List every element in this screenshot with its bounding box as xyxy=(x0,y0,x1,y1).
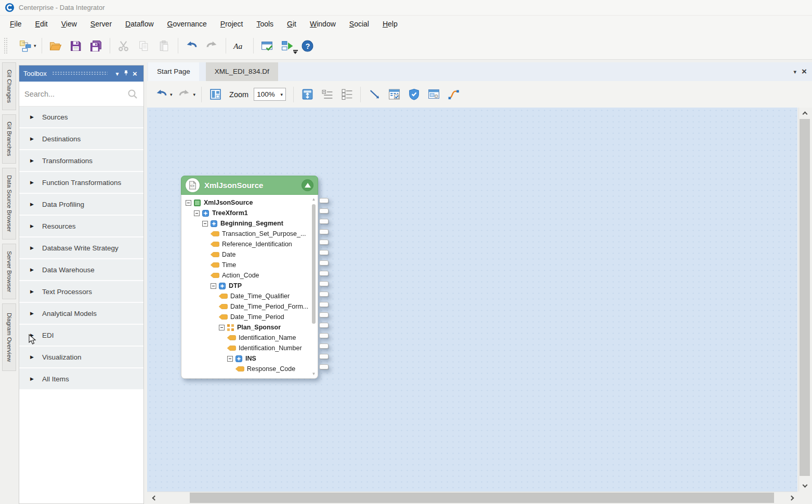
toolbox-item-analytical-models[interactable]: ▶Analytical Models xyxy=(19,303,143,325)
open-button[interactable] xyxy=(46,36,65,55)
toolbox-item-sources[interactable]: ▶Sources xyxy=(19,107,143,128)
expand-arrow-icon[interactable]: ▶ xyxy=(30,267,36,272)
verify-button[interactable] xyxy=(258,36,277,55)
link-tool-button[interactable] xyxy=(365,86,383,103)
font-button[interactable]: Aa xyxy=(230,36,249,55)
menu-item-git[interactable]: Git xyxy=(280,16,303,32)
node-scrollbar[interactable]: ▲ ▼ xyxy=(311,197,317,376)
output-port[interactable] xyxy=(319,271,329,276)
menu-item-project[interactable]: Project xyxy=(214,16,250,32)
dataflow-canvas[interactable]: <> XmlJsonSource XmlJsonSourceTreeXform1… xyxy=(147,108,797,492)
canvas-horizontal-scrollbar[interactable] xyxy=(147,492,797,503)
tree-row-time[interactable]: Time xyxy=(181,260,318,270)
toolbox-item-text-processors[interactable]: ▶Text Processors xyxy=(19,281,143,303)
expand-arrow-icon[interactable]: ▶ xyxy=(30,202,36,207)
collapse-box-icon[interactable] xyxy=(219,325,225,330)
vertical-scrollbar-thumb[interactable] xyxy=(800,119,810,476)
scrollbar-thumb[interactable] xyxy=(312,204,316,324)
toolbar-grip[interactable] xyxy=(4,37,7,54)
node-header[interactable]: <> XmlJsonSource xyxy=(181,176,318,195)
expand-arrow-icon[interactable]: ▶ xyxy=(30,311,36,316)
tree-row-identification-number[interactable]: Identification_Number xyxy=(181,343,318,353)
tab-xml-edi-834[interactable]: XML_EDI_834.Df xyxy=(206,62,278,81)
verify-shield-button[interactable] xyxy=(405,86,423,103)
collapse-box-icon[interactable] xyxy=(227,356,233,362)
tree-row-xmljsonsource[interactable]: XmlJsonSource xyxy=(181,197,318,208)
help-button[interactable]: ? xyxy=(298,36,317,55)
tab-close-icon[interactable]: × xyxy=(802,62,807,81)
output-port[interactable] xyxy=(319,364,329,369)
expand-arrow-icon[interactable]: ▶ xyxy=(30,289,36,294)
new-dropdown-caret-icon[interactable]: ▾ xyxy=(34,43,36,48)
scroll-right-button[interactable] xyxy=(786,492,797,503)
output-port[interactable] xyxy=(319,291,329,297)
expand-arrow-icon[interactable]: ▶ xyxy=(30,136,36,141)
tree-row-plan-sponsor[interactable]: Plan_Sponsor xyxy=(181,322,318,333)
tree-row-dtp[interactable]: DTP xyxy=(181,281,318,291)
output-port[interactable] xyxy=(319,281,329,286)
toolbox-item-data-profiling[interactable]: ▶Data Profiling xyxy=(19,194,143,216)
undo-caret-icon[interactable]: ▾ xyxy=(170,92,173,97)
menu-item-dataflow[interactable]: Dataflow xyxy=(119,16,160,32)
output-port[interactable] xyxy=(319,354,329,359)
expand-collapse-button[interactable] xyxy=(298,86,316,103)
tree-row-treexform1[interactable]: TreeXform1 xyxy=(181,208,318,218)
paste-button[interactable] xyxy=(155,36,174,55)
toolbox-header[interactable]: Toolbox ▾ × xyxy=(19,65,143,82)
collapse-box-icon[interactable] xyxy=(202,221,208,227)
expand-arrow-icon[interactable]: ▶ xyxy=(30,158,36,163)
copy-button[interactable] xyxy=(135,36,153,55)
menu-item-edit[interactable]: Edit xyxy=(29,16,55,32)
scroll-up-button[interactable] xyxy=(799,108,810,119)
expand-arrow-icon[interactable]: ▶ xyxy=(30,354,36,360)
zoom-caret-icon[interactable]: ▾ xyxy=(281,92,283,97)
date-format-button[interactable] xyxy=(385,86,403,103)
toolbox-item-transformations[interactable]: ▶Transformations xyxy=(19,150,143,172)
tree-row-ins[interactable]: INS xyxy=(181,353,318,364)
dock-tab-git-branches[interactable]: Git Branches xyxy=(2,114,16,164)
new-dataflow-button[interactable] xyxy=(16,36,34,55)
tree-row-beginning-segment[interactable]: Beginning_Segment xyxy=(181,218,318,229)
output-port[interactable] xyxy=(319,219,329,224)
toolbox-item-destinations[interactable]: ▶Destinations xyxy=(19,128,143,150)
preview-data-button[interactable] xyxy=(425,86,442,103)
tab-list-chevron-icon[interactable]: ▾ xyxy=(793,62,796,81)
toolbox-item-edi[interactable]: ▶EDI xyxy=(19,325,143,347)
auto-connect-button[interactable] xyxy=(444,86,462,103)
toolbox-item-data-warehouse[interactable]: ▶Data Warehouse xyxy=(19,259,143,281)
toolbar-overflow-button[interactable] xyxy=(292,50,298,54)
output-port[interactable] xyxy=(319,343,329,349)
auto-layout-button[interactable] xyxy=(206,86,224,103)
tree-row-date-time-period-form[interactable]: Date_Time_Period_Form... xyxy=(181,301,318,312)
pin-icon[interactable] xyxy=(122,70,130,77)
output-port[interactable] xyxy=(319,323,329,328)
tree-row-date-time-period[interactable]: Date_Time_Period xyxy=(181,312,318,322)
expand-nodes-button[interactable] xyxy=(338,86,356,103)
collapse-box-icon[interactable] xyxy=(211,283,216,289)
scroll-down-button[interactable] xyxy=(799,480,810,492)
menu-item-tools[interactable]: Tools xyxy=(250,16,280,32)
menu-item-help[interactable]: Help xyxy=(376,16,404,32)
undo-button[interactable] xyxy=(182,36,201,55)
scroll-down-icon[interactable]: ▼ xyxy=(311,372,316,376)
tree-row-date[interactable]: Date xyxy=(181,249,318,260)
output-port[interactable] xyxy=(319,250,329,255)
toolbox-item-resources[interactable]: ▶Resources xyxy=(19,216,143,237)
node-collapse-button[interactable] xyxy=(302,179,313,191)
save-button[interactable] xyxy=(67,36,85,55)
horizontal-scrollbar-thumb[interactable] xyxy=(190,493,774,503)
toolbox-item-all-items[interactable]: ▶All Items xyxy=(19,368,143,390)
redo-button[interactable] xyxy=(203,36,221,55)
scroll-left-button[interactable] xyxy=(148,492,160,503)
output-port[interactable] xyxy=(319,302,329,307)
menu-item-view[interactable]: View xyxy=(55,16,84,32)
tab-start-page[interactable]: Start Page xyxy=(148,62,199,81)
dock-tab-data-source-browser[interactable]: Data Source Browser xyxy=(2,168,16,240)
dock-tab-diagram-overview[interactable]: Diagram Overview xyxy=(2,303,16,371)
search-input[interactable] xyxy=(24,90,127,98)
menu-item-server[interactable]: Server xyxy=(84,16,119,32)
output-port[interactable] xyxy=(319,208,329,214)
canvas-undo-button[interactable] xyxy=(152,86,170,103)
collapse-box-icon[interactable] xyxy=(186,200,191,206)
menu-item-file[interactable]: File xyxy=(3,16,29,32)
